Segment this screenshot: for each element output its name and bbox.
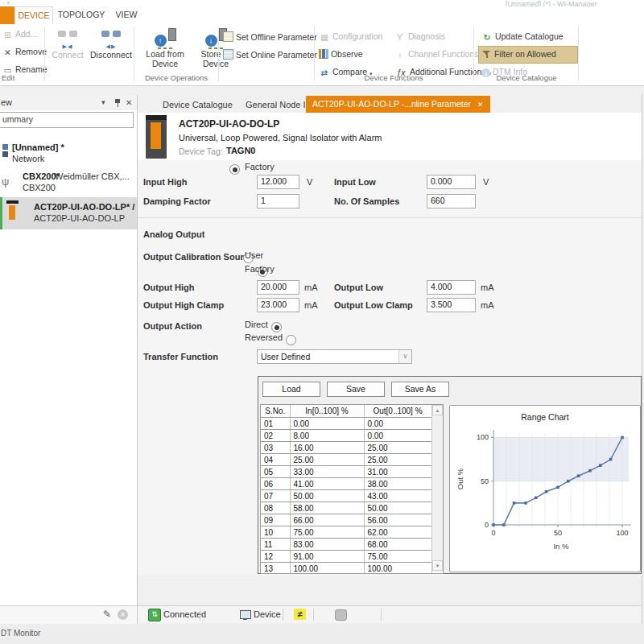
table-cell[interactable]: 07 xyxy=(261,490,290,502)
table-cell[interactable]: 75.00 xyxy=(290,526,364,539)
input-calibration-factory-radio[interactable] xyxy=(229,164,240,175)
disconnect-button[interactable]: ◀▶ Disconnect xyxy=(89,29,134,60)
table-cell[interactable]: 62.00 xyxy=(364,526,431,539)
diagnosis-button[interactable]: Ƴ Diagnosis xyxy=(394,31,445,44)
table-row[interactable]: 13100.00100.00 xyxy=(261,563,431,575)
table-cell[interactable]: 100.00 xyxy=(290,563,364,575)
output-low-clamp-field[interactable]: 3.500 xyxy=(427,298,476,312)
table-row[interactable]: 0316.0025.00 xyxy=(261,442,431,454)
table-cell[interactable]: 31.00 xyxy=(364,466,431,478)
app-menu-button[interactable] xyxy=(0,6,14,24)
output-action-direct-radio[interactable] xyxy=(271,322,282,332)
combo-arrow-icon[interactable]: ∨ xyxy=(398,350,411,363)
table-cell[interactable]: 13 xyxy=(261,563,290,575)
table-cell[interactable]: 56.00 xyxy=(364,514,431,526)
table-cell[interactable]: 33.00 xyxy=(290,466,364,478)
tree-node-device[interactable]: ACT20P-UI-AO-DO-LP* /... ACT20P-UI-AO-DO… xyxy=(0,197,137,229)
tab-close-icon[interactable]: ✕ xyxy=(477,101,484,109)
table-row[interactable]: 0750.0043.00 xyxy=(261,490,431,502)
tab-device-catalogue[interactable]: Device Catalogue xyxy=(163,97,233,113)
table-cell[interactable]: 10 xyxy=(261,526,290,539)
table-cell[interactable]: 38.00 xyxy=(364,478,431,490)
damping-factor-field[interactable]: 1 xyxy=(257,194,299,208)
table-cell[interactable]: 02 xyxy=(261,430,290,442)
clear-icon[interactable]: ✕ xyxy=(118,609,128,620)
table-row[interactable]: 0966.0056.00 xyxy=(261,514,431,526)
output-high-field[interactable]: 20.000 xyxy=(257,280,299,295)
table-row[interactable]: 1291.0075.00 xyxy=(261,551,431,563)
pencil-icon[interactable]: ✎ xyxy=(103,609,111,620)
table-cell[interactable]: 11 xyxy=(261,539,290,551)
output-high-clamp-field[interactable]: 23.000 xyxy=(257,298,299,312)
table-cell[interactable]: 50.00 xyxy=(364,502,431,514)
load-button[interactable]: Load xyxy=(262,382,320,397)
configuration-button[interactable]: ▦ Configuration xyxy=(319,31,382,44)
set-online-parameter-button[interactable]: Set Online Parameter xyxy=(223,49,317,62)
scroll-up-icon[interactable]: ▲ xyxy=(432,405,443,415)
table-row[interactable]: 0641.0038.00 xyxy=(261,478,431,490)
table-cell[interactable]: 0.00 xyxy=(364,418,431,430)
update-catalogue-button[interactable]: ↻ Update Catalogue xyxy=(481,31,564,44)
table-cell[interactable]: 41.00 xyxy=(290,478,364,490)
table-cell[interactable]: 100.00 xyxy=(364,563,431,575)
input-high-field[interactable]: 12.000 xyxy=(257,175,299,189)
table-cell[interactable]: 03 xyxy=(261,442,290,454)
table-cell[interactable]: 66.00 xyxy=(290,514,364,526)
table-cell[interactable]: 16.00 xyxy=(290,442,364,454)
table-cell[interactable]: 06 xyxy=(261,478,290,490)
tab-online-parameter[interactable]: ACT20P-UI-AO-DO-LP -...nline Parameter✕ xyxy=(306,96,490,113)
table-cell[interactable]: 43.00 xyxy=(364,490,431,502)
save-button[interactable]: Save xyxy=(327,382,385,397)
table-row[interactable]: 1183.0068.00 xyxy=(261,539,431,551)
summary-header[interactable]: ummary xyxy=(0,112,134,128)
table-cell[interactable]: 25.00 xyxy=(364,454,431,466)
observe-button[interactable]: Observe xyxy=(319,49,363,62)
table-header-cell[interactable]: Out[0..100] % xyxy=(364,405,431,418)
scroll-down-icon[interactable]: ▼ xyxy=(432,560,443,571)
table-cell[interactable]: 68.00 xyxy=(364,539,431,551)
table-cell[interactable]: 58.00 xyxy=(290,502,364,514)
tab-topology[interactable]: TOPOLOGY xyxy=(56,6,106,23)
add-button[interactable]: ⊞ Add... xyxy=(2,29,37,42)
table-header-cell[interactable]: S.No. xyxy=(261,405,290,418)
no-of-samples-field[interactable]: 660 xyxy=(427,194,476,208)
table-row[interactable]: 1075.0062.00 xyxy=(261,526,431,539)
panel-close-icon[interactable]: ✕ xyxy=(126,98,132,107)
table-row[interactable]: 028.000.00 xyxy=(261,430,431,442)
filter-on-allowed-button[interactable]: Filter on Allowed xyxy=(478,46,578,64)
tree-node-gateway[interactable]: ψ CBX200* Weidmüller CBX,... CBX200 xyxy=(0,171,137,195)
table-row[interactable]: 0533.0031.00 xyxy=(261,466,431,478)
table-scrollbar[interactable]: ▲ ▼ xyxy=(431,405,443,572)
table-cell[interactable]: 91.00 xyxy=(290,551,364,563)
table-row[interactable]: 010.000.00 xyxy=(261,418,431,430)
table-header-cell[interactable]: In[0..100] % xyxy=(290,405,364,418)
remove-button[interactable]: ✕ Remove xyxy=(2,47,47,60)
table-cell[interactable]: 75.00 xyxy=(364,551,431,563)
save-as-button[interactable]: Save As xyxy=(391,382,449,397)
table-cell[interactable]: 25.00 xyxy=(290,454,364,466)
table-cell[interactable]: 08 xyxy=(261,502,290,514)
pane-menu-icon[interactable]: ▾ xyxy=(101,98,105,106)
table-cell[interactable]: 04 xyxy=(261,454,290,466)
table-cell[interactable]: 50.00 xyxy=(290,490,364,502)
connect-button[interactable]: ▶◀ Connect xyxy=(47,29,89,60)
table-cell[interactable]: 0.00 xyxy=(364,430,431,442)
transfer-function-select[interactable]: User Defined ∨ xyxy=(257,349,412,364)
load-from-device-button[interactable]: ↑ Load from Device xyxy=(137,28,193,68)
table-cell[interactable]: 8.00 xyxy=(290,430,364,442)
input-low-field[interactable]: 0.000 xyxy=(427,175,476,189)
table-cell[interactable]: 12 xyxy=(261,551,290,563)
table-cell[interactable]: 05 xyxy=(261,466,290,478)
tab-device[interactable]: DEVICE xyxy=(14,6,53,25)
channel-functions-button[interactable]: ♁ Channel Functions xyxy=(394,49,478,62)
quick-access-toolbar[interactable]: ▫▾ xyxy=(2,0,12,6)
table-row[interactable]: 0425.0025.00 xyxy=(261,454,431,466)
table-row[interactable]: 0858.0050.00 xyxy=(261,502,431,514)
pin-icon[interactable] xyxy=(114,99,121,108)
table-cell[interactable]: 01 xyxy=(261,418,290,430)
output-action-reversed-radio[interactable] xyxy=(286,335,296,345)
table-cell[interactable]: 25.00 xyxy=(364,442,431,454)
output-low-field[interactable]: 4.000 xyxy=(427,280,476,295)
table-cell[interactable]: 83.00 xyxy=(290,539,364,551)
tab-view[interactable]: VIEW xyxy=(111,6,142,23)
